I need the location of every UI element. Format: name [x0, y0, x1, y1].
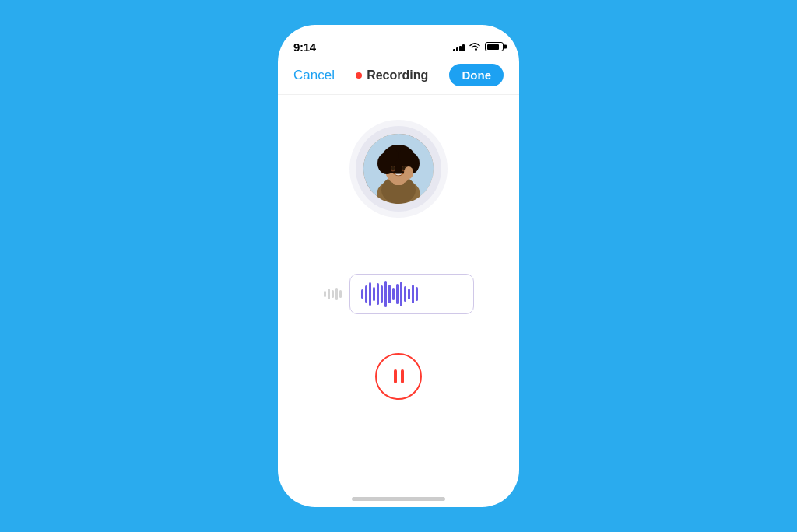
- svg-point-10: [398, 148, 414, 163]
- avatar-glow: [356, 126, 441, 212]
- avatar-container: [356, 126, 441, 212]
- signal-bar-1: [453, 49, 455, 51]
- wave-bar-4: [373, 287, 375, 301]
- home-indicator: [352, 497, 445, 501]
- pause-bar-right: [401, 369, 404, 383]
- signal-bar-4: [462, 44, 465, 51]
- svg-point-13: [391, 166, 395, 170]
- avatar: [363, 134, 434, 204]
- wave-out-3: [332, 290, 334, 298]
- wave-bar-11: [400, 282, 402, 306]
- recording-dot: [356, 72, 362, 79]
- wave-bar-1: [361, 289, 363, 299]
- status-time: 9:14: [293, 40, 316, 54]
- waveform-box: [349, 274, 474, 314]
- svg-point-15: [404, 166, 413, 179]
- pause-button[interactable]: [375, 353, 422, 400]
- wave-bar-12: [404, 286, 406, 302]
- pause-bar-left: [394, 369, 397, 383]
- phone-wrapper: 9:14: [278, 25, 519, 507]
- wave-bar-5: [377, 283, 379, 305]
- recording-status: Recording: [356, 68, 428, 82]
- avatar-svg: [363, 134, 434, 204]
- done-button[interactable]: Done: [449, 64, 504, 86]
- svg-point-9: [383, 148, 398, 163]
- wave-bar-3: [369, 282, 371, 306]
- signal-bar-2: [456, 47, 458, 51]
- wave-bar-14: [412, 285, 414, 303]
- wave-bar-15: [416, 287, 418, 301]
- wave-bar-7: [384, 281, 387, 307]
- waveform-area: [278, 274, 519, 314]
- wifi-icon: [469, 42, 481, 51]
- signal-icon: [453, 42, 465, 51]
- signal-bar-3: [459, 46, 462, 51]
- wave-out-5: [339, 290, 342, 298]
- phone-screen: 9:14: [278, 25, 519, 507]
- screen-content: [278, 95, 519, 507]
- waveform-outside-left: [324, 288, 342, 300]
- wave-out-2: [328, 289, 330, 299]
- nav-bar: Cancel Recording Done: [278, 59, 519, 95]
- wave-bar-6: [381, 285, 383, 303]
- status-bar: 9:14: [278, 25, 519, 59]
- battery-fill: [487, 44, 499, 50]
- wave-bar-2: [365, 285, 367, 303]
- wave-bar-8: [388, 285, 391, 303]
- pause-icon: [394, 369, 404, 383]
- wave-bar-10: [396, 284, 398, 304]
- recording-label: Recording: [367, 68, 428, 82]
- wave-out-4: [335, 288, 338, 300]
- wave-out-1: [324, 291, 326, 297]
- battery-icon: [485, 42, 504, 51]
- app-background: 9:14: [0, 0, 797, 532]
- cancel-button[interactable]: Cancel: [293, 68, 335, 83]
- wave-bar-13: [408, 289, 410, 299]
- status-icons: [453, 42, 504, 51]
- wave-bar-9: [392, 288, 395, 300]
